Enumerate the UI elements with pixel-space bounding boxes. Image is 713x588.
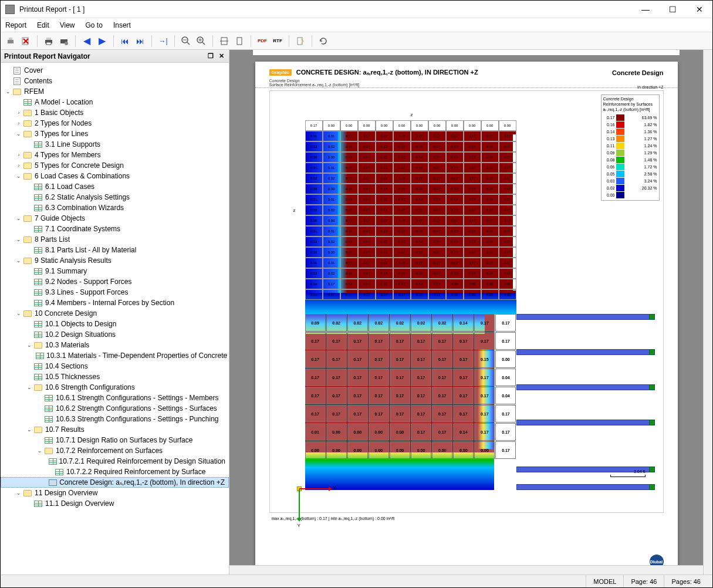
tree-item[interactable]: 9.3 Lines - Support Forces [1, 287, 229, 298]
tree-item[interactable]: Contents [1, 76, 229, 86]
heatmap-cell: 0.02 [323, 141, 340, 152]
tree-item[interactable]: 8.1 Parts List - All by Material [1, 245, 229, 255]
expand-icon[interactable]: › [15, 152, 23, 158]
tree-item[interactable]: 10.7.2.2 Required Reinforcement by Surfa… [1, 467, 229, 477]
menu-report[interactable]: Report [5, 21, 26, 29]
tree-item[interactable]: ⌄6 Load Cases & Combinations [1, 171, 229, 181]
tree-item[interactable]: ⌄11 Design Overview [1, 488, 229, 498]
tree-item[interactable]: ⌄9 Static Analysis Results [1, 255, 229, 266]
tree-item[interactable]: 9.2 Nodes - Support Forces [1, 276, 229, 287]
tree-item[interactable]: 11.1 Design Overview [1, 498, 229, 509]
tree-item[interactable]: Cover [1, 65, 229, 76]
tree-item[interactable]: 7.1 Coordinate Systems [1, 224, 229, 234]
tree-item-label: 3 Types for Lines [35, 130, 88, 138]
export-rtf-icon[interactable]: RTF [271, 35, 284, 48]
expand-icon[interactable]: ⌄ [15, 173, 23, 179]
heatmap-cell: 0.00 [446, 289, 464, 300]
folder-icon [23, 119, 32, 127]
tree-item[interactable]: ⌄RFEM [1, 86, 229, 97]
tree-item[interactable]: 10.1 Objects to Design [1, 319, 229, 329]
tree-item[interactable]: ⌄10.6 Strength Configurations [1, 382, 229, 393]
menu-edit[interactable]: Edit [37, 21, 49, 29]
tree-item[interactable]: 6.1 Load Cases [1, 181, 229, 192]
tree-item[interactable]: ›1 Basic Objects [1, 107, 229, 118]
svg-line-14 [202, 42, 205, 45]
close-report-icon[interactable] [19, 35, 32, 48]
tree-item[interactable]: Concrete Design: aₛ,req,1,-z (bottom), I… [1, 477, 229, 488]
tree-item[interactable]: 10.3.1 Materials - Time-Dependent Proper… [1, 350, 229, 361]
close-button[interactable]: ✕ [691, 5, 708, 14]
tree-item[interactable]: 3.1 Line Supports [1, 139, 229, 150]
menu-view[interactable]: View [60, 21, 75, 29]
tree-item[interactable]: 10.5 Thicknesses [1, 371, 229, 382]
tree-item[interactable]: 10.7.2.1 Required Reinforcement by Desig… [1, 456, 229, 467]
tree-item[interactable]: ›5 Types for Concrete Design [1, 160, 229, 171]
nav-first-icon[interactable]: ⏮ [119, 35, 131, 48]
printer-icon[interactable] [42, 35, 55, 48]
undock-icon[interactable]: ❐ [207, 52, 215, 60]
table-icon [33, 278, 43, 286]
tree-item[interactable]: ›2 Types for Nodes [1, 118, 229, 129]
expand-icon[interactable]: ⌄ [15, 258, 23, 263]
maximize-button[interactable]: ☐ [664, 5, 681, 14]
zoom-in-icon[interactable] [195, 35, 208, 48]
print-setup-icon[interactable] [58, 35, 70, 48]
heatmap-cell: 0.17 [411, 247, 428, 258]
expand-icon[interactable]: ⌄ [25, 427, 33, 432]
expand-icon[interactable]: ⌄ [15, 131, 23, 137]
expand-icon[interactable]: ⌄ [15, 310, 23, 316]
tree-item[interactable]: 6.2 Static Analysis Settings [1, 192, 229, 202]
heatmap-cell: 0.17 [305, 405, 326, 423]
tree-item[interactable]: A Model - Location [1, 97, 229, 107]
tree-item[interactable]: 9.4 Members - Internal Forces by Section [1, 298, 229, 308]
expand-icon[interactable]: ⌄ [15, 236, 23, 242]
tree-item[interactable]: ⌄10 Concrete Design [1, 308, 229, 319]
minimize-button[interactable]: — [637, 5, 654, 14]
export-pdf-icon[interactable]: PDF [256, 35, 269, 48]
nav-next-icon[interactable]: ▶ [96, 35, 109, 48]
tree-item[interactable]: ⌄10.7.2 Reinforcement on Surfaces [1, 445, 229, 456]
menu-go-to[interactable]: Go to [86, 21, 103, 29]
scrollbar-horizontal[interactable] [229, 565, 703, 575]
navigator-tree[interactable]: CoverContents⌄RFEMA Model - Location›1 B… [1, 63, 229, 575]
expand-icon[interactable]: ⌄ [15, 215, 23, 221]
tree-item[interactable]: 10.6.3 Strength Configurations - Setting… [1, 414, 229, 424]
expand-icon[interactable]: ⌄ [25, 342, 33, 348]
tree-item[interactable]: 10.7.1 Design Ratio on Surfaces by Surfa… [1, 435, 229, 445]
table-icon [33, 193, 43, 201]
folder-icon [33, 341, 43, 349]
panel-close-icon[interactable]: ✕ [217, 52, 225, 60]
expand-icon[interactable]: ⌄ [36, 448, 44, 454]
goto-icon[interactable]: →| [157, 35, 170, 48]
tree-item[interactable]: 6.3 Combination Wizards [1, 202, 229, 213]
expand-icon[interactable]: ⌄ [4, 89, 12, 94]
refresh-icon[interactable] [317, 35, 330, 48]
nav-prev-icon[interactable]: ◀ [80, 35, 93, 48]
print-icon[interactable] [4, 35, 17, 48]
whole-page-icon[interactable] [233, 35, 246, 48]
nav-last-icon[interactable]: ⏭ [134, 35, 147, 48]
tree-item[interactable]: 10.6.1 Strength Configurations - Setting… [1, 393, 229, 403]
tree-item[interactable]: ⌄8 Parts List [1, 234, 229, 245]
tree-item[interactable]: 10.2 Design Situations [1, 329, 229, 340]
scrollbar-vertical[interactable] [703, 50, 712, 575]
expand-icon[interactable]: › [15, 120, 23, 126]
page-width-icon[interactable] [218, 35, 231, 48]
expand-icon[interactable]: › [15, 163, 23, 168]
tree-item[interactable]: 9.1 Summary [1, 266, 229, 276]
edit-icon[interactable] [294, 35, 307, 48]
tree-item[interactable]: 10.6.2 Strength Configurations - Setting… [1, 403, 229, 414]
tree-item[interactable]: ⌄10.7 Results [1, 424, 229, 435]
tree-item[interactable]: ⌄3 Types for Lines [1, 129, 229, 139]
heatmap-cell: 0.00 [305, 441, 326, 459]
expand-icon[interactable]: ⌄ [15, 490, 23, 496]
expand-icon[interactable]: › [15, 110, 23, 116]
tree-item[interactable]: ⌄7 Guide Objects [1, 213, 229, 224]
tree-item[interactable]: 10.4 Sections [1, 361, 229, 371]
expand-icon[interactable]: ⌄ [25, 384, 33, 390]
heatmap-cell: 0.17 [340, 247, 358, 258]
tree-item[interactable]: ›4 Types for Members [1, 150, 229, 160]
zoom-out-icon[interactable] [180, 35, 192, 48]
menu-insert[interactable]: Insert [113, 21, 131, 29]
tree-item[interactable]: ⌄10.3 Materials [1, 340, 229, 350]
